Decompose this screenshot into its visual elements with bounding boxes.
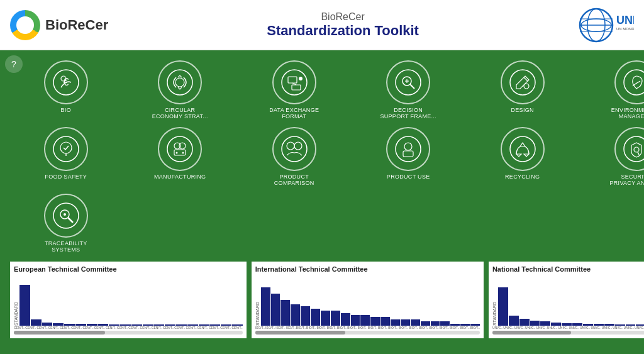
bar — [370, 317, 380, 326]
x-label: UNI/C.. — [492, 326, 502, 329]
x-label: BIO/T.. — [337, 326, 347, 329]
bar — [431, 321, 440, 326]
category-decision-support[interactable]: DECISION SUPPORT FRAME... — [352, 58, 464, 122]
category-circular[interactable]: CIRCULAR ECONOMY STRAT... — [124, 58, 235, 122]
help-icon[interactable]: ? — [5, 55, 23, 73]
charts-section: European Technical Committee STANDARD CE… — [5, 259, 644, 341]
x-label: BIO/T.. — [399, 326, 408, 329]
x-label: UNI/C.. — [580, 326, 590, 329]
svg-point-33 — [176, 152, 178, 154]
security-icon — [614, 127, 644, 171]
european-chart: European Technical Committee STANDARD CE… — [10, 262, 247, 338]
bar — [165, 324, 175, 326]
bar — [143, 324, 153, 326]
category-environmental[interactable]: ENVIRONMENTAL MANAGEM... — [580, 58, 644, 122]
svg-point-38 — [396, 136, 421, 162]
bar — [331, 311, 340, 326]
bar — [341, 313, 350, 326]
bar — [19, 285, 30, 326]
bar — [311, 309, 320, 326]
data-exchange-icon — [272, 60, 316, 104]
category-manufacturing[interactable]: MANUFACTURING — [124, 124, 235, 189]
category-traceability[interactable]: TRACEABILITY SYSTEMS — [10, 191, 121, 255]
international-x-labels: ISO/T..ISO/T..ISO/T..ISO/T..BIO/T..BIO/T… — [255, 326, 480, 329]
design-label: DESIGN — [511, 107, 534, 113]
category-recycling[interactable]: RECYCLING — [467, 124, 578, 189]
x-label: CEN/T.. — [152, 326, 162, 329]
logo-inner — [16, 16, 34, 34]
international-chart-title: International Technical Committee — [255, 265, 480, 273]
bar — [626, 324, 636, 326]
bar — [636, 324, 644, 326]
svg-text:UN MONDO FATTO BENE: UN MONDO FATTO BENE — [616, 27, 634, 31]
svg-point-13 — [282, 70, 307, 95]
bar — [572, 323, 582, 326]
header-center: BioReCer Standardization Toolkit — [108, 11, 577, 39]
x-label: BIO/T.. — [347, 326, 357, 329]
european-scrollbar[interactable] — [14, 331, 243, 335]
national-scrollbar[interactable] — [492, 331, 644, 335]
bar — [209, 324, 220, 326]
header: BioReCer BioReCer Standardization Toolki… — [0, 0, 644, 50]
x-label: CEN/T.. — [94, 326, 105, 329]
bar — [109, 324, 119, 326]
category-security[interactable]: SECURITY, PRIVACY AND ET... — [580, 124, 644, 189]
title-top: BioReCer — [108, 11, 577, 23]
x-label: BIO/T.. — [327, 326, 336, 329]
international-chart-area: STANDARD — [255, 275, 480, 326]
x-label: CEN/T.. — [209, 326, 219, 329]
manufacturing-icon — [158, 127, 202, 171]
bar — [187, 324, 198, 326]
x-label: CEN/T.. — [106, 326, 116, 329]
category-food-safety[interactable]: FOOD SAFETY — [10, 124, 121, 189]
bar — [540, 321, 550, 326]
food-safety-icon — [44, 127, 88, 171]
bar — [75, 324, 86, 326]
bar — [271, 294, 280, 326]
svg-point-34 — [182, 152, 184, 154]
bar — [562, 323, 572, 326]
product-comparison-icon — [272, 127, 316, 171]
x-label: ISO/T.. — [286, 326, 296, 329]
x-label: BIO/T.. — [460, 326, 469, 329]
bar — [509, 316, 519, 326]
x-label: CEN/T.. — [82, 326, 93, 329]
x-label: BIO/T.. — [368, 326, 377, 329]
x-label: BIO/T.. — [296, 326, 306, 329]
svg-point-45 — [53, 203, 79, 228]
european-x-labels: CEN/T..CEN/T..CEN/T..CEN/T..CEN/T..CEN/T… — [14, 326, 243, 329]
x-label: UNI/C.. — [525, 326, 535, 329]
bar — [411, 319, 420, 326]
category-product-comparison[interactable]: PRODUCT COMPARISON — [238, 124, 350, 189]
security-label: SECURITY, PRIVACY AND ET... — [608, 174, 644, 186]
logo-circle — [10, 10, 40, 40]
title-main: Standardization Toolkit — [108, 23, 577, 39]
traceability-label: TRACEABILITY SYSTEMS — [38, 240, 94, 253]
svg-point-41 — [510, 136, 535, 162]
recycling-label: RECYCLING — [505, 174, 540, 180]
bar — [530, 321, 540, 326]
x-label: CEN/T.. — [186, 326, 197, 329]
bar — [97, 324, 108, 326]
x-label: CEN/T.. — [140, 326, 151, 329]
international-scrollbar[interactable] — [255, 331, 480, 335]
svg-point-48 — [64, 213, 66, 216]
category-data-exchange[interactable]: DATA EXCHANGE FORMAT — [238, 58, 350, 122]
x-label: CEN/T.. — [231, 326, 242, 329]
category-product-use[interactable]: PRODUCT USE — [352, 124, 464, 189]
svg-point-17 — [299, 77, 303, 80]
decision-support-icon — [386, 60, 430, 104]
main: ? 🏷 € BIO — [0, 50, 644, 354]
bar — [42, 323, 53, 326]
bar — [64, 324, 75, 326]
traceability-icon — [44, 194, 88, 238]
category-design[interactable]: DESIGN — [467, 58, 578, 122]
x-label: BIO/T.. — [470, 326, 480, 329]
svg-rect-15 — [292, 85, 301, 90]
recycling-icon — [501, 127, 545, 171]
x-label: CEN/T.. — [174, 326, 185, 329]
x-label: BIO/T.. — [419, 326, 428, 329]
environmental-label: ENVIRONMENTAL MANAGEM... — [608, 107, 644, 119]
category-bio[interactable]: € BIO — [10, 58, 121, 122]
bar — [351, 315, 360, 326]
